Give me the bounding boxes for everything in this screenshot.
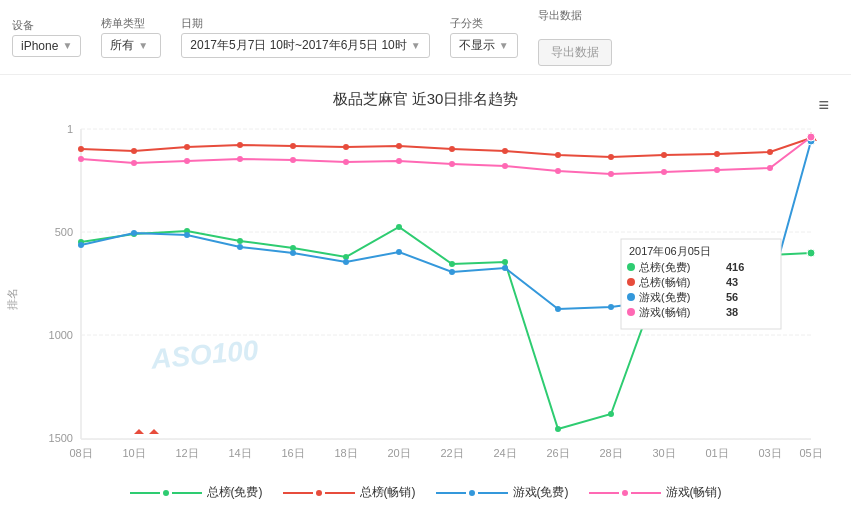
svg-point-87	[807, 133, 815, 141]
svg-text:12日: 12日	[175, 447, 198, 459]
svg-point-44	[184, 144, 190, 150]
svg-point-90	[627, 263, 635, 271]
svg-text:43: 43	[726, 276, 738, 288]
device-filter: 设备 iPhone ▼	[12, 18, 81, 57]
legend-item-total-free: 总榜(免费)	[130, 484, 263, 501]
device-select[interactable]: iPhone ▼	[12, 35, 81, 57]
chart-type-filter: 榜单类型 所有 ▼	[101, 16, 161, 58]
svg-point-49	[449, 146, 455, 152]
chart-type-select[interactable]: 所有 ▼	[101, 33, 161, 58]
legend-item-game-paid: 游戏(畅销)	[589, 484, 722, 501]
svg-point-76	[237, 156, 243, 162]
subcategory-filter: 子分类 不显示 ▼	[450, 16, 518, 58]
svg-point-54	[714, 151, 720, 157]
y-axis-label: 排名	[4, 288, 19, 310]
svg-text:1000: 1000	[48, 329, 72, 341]
svg-text:28日: 28日	[599, 447, 622, 459]
toolbar: 设备 iPhone ▼ 榜单类型 所有 ▼ 日期 2017年5月7日 10时~2…	[0, 0, 851, 75]
chevron-down-icon: ▼	[138, 40, 148, 51]
svg-point-63	[343, 259, 349, 265]
svg-point-99	[627, 308, 635, 316]
svg-text:26日: 26日	[546, 447, 569, 459]
svg-text:416: 416	[726, 261, 744, 273]
svg-point-86	[767, 165, 773, 171]
svg-text:22日: 22日	[440, 447, 463, 459]
chevron-down-icon: ▼	[499, 40, 509, 51]
svg-point-48	[396, 143, 402, 149]
svg-point-61	[237, 244, 243, 250]
svg-point-58	[78, 242, 84, 248]
svg-point-67	[555, 306, 561, 312]
svg-point-37	[608, 411, 614, 417]
svg-point-43	[131, 148, 137, 154]
svg-point-83	[608, 171, 614, 177]
svg-point-84	[661, 169, 667, 175]
svg-point-96	[627, 293, 635, 301]
svg-point-65	[449, 269, 455, 275]
svg-point-36	[555, 426, 561, 432]
svg-point-64	[396, 249, 402, 255]
hamburger-icon[interactable]: ≡	[818, 95, 829, 116]
svg-point-52	[608, 154, 614, 160]
svg-point-80	[449, 161, 455, 167]
svg-text:20日: 20日	[387, 447, 410, 459]
legend-item-total-paid: 总榜(畅销)	[283, 484, 416, 501]
export-label: 导出数据	[538, 8, 612, 23]
svg-text:38: 38	[726, 306, 738, 318]
chevron-down-icon: ▼	[411, 40, 421, 51]
chart-title: 极品芝麻官 近30日排名趋势	[20, 90, 831, 109]
legend-label: 游戏(免费)	[513, 484, 569, 501]
svg-point-41	[807, 249, 815, 257]
svg-point-66	[502, 265, 508, 271]
svg-text:2017年06月05日: 2017年06月05日	[629, 245, 711, 257]
svg-point-53	[661, 152, 667, 158]
svg-point-50	[502, 148, 508, 154]
chart-svg: 1 500 1000 1500 08日 10日 12日 14日 16日 18日 …	[31, 119, 821, 479]
svg-text:03日: 03日	[758, 447, 781, 459]
svg-marker-26	[149, 429, 159, 434]
legend-label: 总榜(免费)	[207, 484, 263, 501]
date-label: 日期	[181, 16, 429, 31]
chart-container: 极品芝麻官 近30日排名趋势 ≡ 排名 ASO100 1 500 1000 15…	[0, 75, 851, 513]
svg-point-46	[290, 143, 296, 149]
svg-text:16日: 16日	[281, 447, 304, 459]
svg-point-59	[131, 230, 137, 236]
legend-item-game-free: 游戏(免费)	[436, 484, 569, 501]
legend-label: 游戏(畅销)	[666, 484, 722, 501]
svg-point-55	[767, 149, 773, 155]
bottom-legend: 总榜(免费) 总榜(畅销) 游戏(免费) 游戏(畅销)	[20, 484, 831, 501]
svg-text:1500: 1500	[48, 432, 72, 444]
chart-area: 排名 ASO100 1 500 1000 1500 08日 10日 12日 14…	[31, 119, 821, 479]
legend-label: 总榜(畅销)	[360, 484, 416, 501]
svg-point-42	[78, 146, 84, 152]
date-filter: 日期 2017年5月7日 10时~2017年6月5日 10时 ▼	[181, 16, 429, 58]
svg-point-34	[449, 261, 455, 267]
svg-point-75	[184, 158, 190, 164]
svg-point-51	[555, 152, 561, 158]
svg-point-60	[184, 232, 190, 238]
svg-point-78	[343, 159, 349, 165]
date-select[interactable]: 2017年5月7日 10时~2017年6月5日 10时 ▼	[181, 33, 429, 58]
svg-marker-25	[134, 429, 144, 434]
svg-text:01日: 01日	[705, 447, 728, 459]
svg-text:18日: 18日	[334, 447, 357, 459]
chart-type-label: 榜单类型	[101, 16, 161, 31]
svg-point-81	[502, 163, 508, 169]
svg-point-45	[237, 142, 243, 148]
device-label: 设备	[12, 18, 81, 33]
export-button[interactable]: 导出数据	[538, 39, 612, 66]
svg-point-79	[396, 158, 402, 164]
svg-point-85	[714, 167, 720, 173]
svg-text:24日: 24日	[493, 447, 516, 459]
chevron-down-icon: ▼	[62, 40, 72, 51]
svg-point-82	[555, 168, 561, 174]
svg-point-93	[627, 278, 635, 286]
subcategory-select[interactable]: 不显示 ▼	[450, 33, 518, 58]
svg-point-74	[131, 160, 137, 166]
svg-point-68	[608, 304, 614, 310]
svg-text:14日: 14日	[228, 447, 251, 459]
svg-text:30日: 30日	[652, 447, 675, 459]
subcategory-label: 子分类	[450, 16, 518, 31]
svg-point-47	[343, 144, 349, 150]
svg-text:游戏(免费): 游戏(免费)	[639, 291, 690, 303]
